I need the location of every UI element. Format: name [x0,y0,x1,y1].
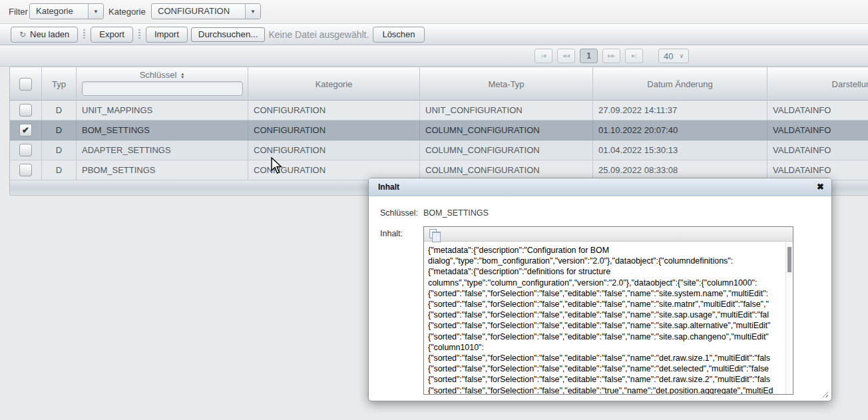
close-icon[interactable]: ✖ [817,182,824,192]
chevron-down-icon[interactable]: ▼ [88,4,103,19]
schluessel-filter-input[interactable] [82,81,243,96]
cell-kategorie: CONFIGURATION [248,101,420,120]
dialog-title: Inhalt [378,182,399,192]
header-darstellung[interactable]: Darstellung [767,67,868,101]
cell-datum: 25.09.2022 08:33:08 [593,160,767,180]
select-all-checkbox[interactable] [19,78,32,91]
browse-file-button[interactable]: Durchsuchen... [191,27,266,42]
cell-kategorie: CONFIGURATION [248,160,420,180]
page-size-select[interactable]: 40 ∨ [658,49,689,63]
sort-icon[interactable]: ▲▼ [180,73,184,79]
dialog-resize-handle[interactable] [821,390,828,397]
inhalt-dialog: Inhalt ✖ Schlüssel: BOM_SETTINGS Inhalt:… [368,178,832,401]
next-page-button[interactable]: ▶▶ [602,49,620,63]
table-row-selected[interactable]: ✔ D BOM_SETTINGS CONFIGURATION COLUMN_CO… [9,120,868,140]
previous-page-button[interactable]: ◀◀ [557,49,575,63]
filter-bar: Filter Kategorie ▼ Kategorie CONFIGURATI… [0,0,868,23]
chevron-down-icon[interactable]: ▼ [245,4,260,19]
header-schluessel[interactable]: Schlüssel▲▼ [77,67,248,101]
header-schluessel-label: Schlüssel [140,70,177,80]
cell-darstellung: VALDATAINFO [767,160,868,180]
toolbar-separator [138,29,140,40]
cell-kategorie: CONFIGURATION [248,140,420,160]
filter-label: Filter [9,4,28,20]
cell-typ: D [42,160,77,180]
content-line: {"sorted":"false","forSelection":"false"… [428,331,785,342]
reload-button[interactable]: ↻Neu laden [11,27,78,43]
content-editor-toolbar [424,227,793,242]
schluessel-field-value: BOM_SETTINGS [423,208,489,218]
cell-darstellung: VALDATAINFO [767,140,868,160]
header-kategorie[interactable]: Kategorie [248,67,420,101]
next-page-icon: ▶▶ [608,53,615,59]
cell-datum: 01.04.2022 15:30:13 [593,140,767,160]
first-page-button[interactable]: |◀ [535,49,552,63]
content-line: {"sorted":"false","forSelection":"false"… [428,320,785,331]
current-page-button[interactable]: 1 [580,49,598,63]
content-scrollbar[interactable] [785,242,793,394]
header-datum-aenderung[interactable]: Datum Änderung [593,67,767,101]
previous-page-icon: ◀◀ [562,53,570,59]
inhalt-field-label: Inhalt: [380,229,403,238]
cell-schluessel: ADAPTER_SETTINGS [77,140,248,160]
cell-meta-typ: COLUMN_CONFIGURATION [420,160,593,180]
toolbar-separator [83,29,85,40]
refresh-icon: ↻ [19,30,26,39]
cell-schluessel: UNIT_MAPPINGS [77,101,248,120]
filter-dropdown[interactable]: Kategorie ▼ [29,3,104,19]
content-line: {"sorted":"false","forSelection":"false"… [428,299,785,310]
content-line: {"sorted":"false","forSelection":"false"… [428,353,785,363]
cell-typ: D [42,120,77,140]
cell-meta-typ: UNIT_CONFIGURATION [420,101,593,120]
cell-meta-typ: COLUMN_CONFIGURATION [420,140,593,160]
first-page-icon: |◀ [541,53,546,59]
content-line: {"metadata":{"description":"definitions … [428,266,785,277]
category-dropdown[interactable]: CONFIGURATION ▼ [151,3,261,19]
cell-darstellung: VALDATAINFO [767,101,868,120]
header-typ[interactable]: Typ [42,67,77,101]
filter-dropdown-value: Kategorie [30,4,88,19]
cell-kategorie: CONFIGURATION [248,120,420,140]
header-meta-typ[interactable]: Meta-Typ [420,67,593,101]
delete-button[interactable]: Löschen [373,27,424,43]
category-dropdown-value: CONFIGURATION [152,4,245,19]
category-label: Kategorie [108,4,146,20]
cell-darstellung: VALDATAINFO [767,120,868,140]
cell-schluessel: BOM_SETTINGS [77,120,248,140]
action-toolbar: ↻Neu laden Export Import Durchsuchen... … [0,23,868,45]
content-line: {"sorted":"false","forSelection":"false"… [428,363,785,374]
content-line: {"sorted":"false","forSelection":"false"… [428,310,785,320]
row-checkbox[interactable] [19,144,32,156]
import-button[interactable]: Import [146,27,188,43]
content-scrollbar-thumb[interactable] [787,247,791,272]
last-page-icon: ▶| [632,53,636,59]
table-row[interactable]: D UNIT_MAPPINGS CONFIGURATION UNIT_CONFI… [9,101,868,120]
pagination-bar: |◀ ◀◀ 1 ▶▶ ▶| 40 ∨ [0,45,868,67]
content-line: {"sorted":"false","forSelection":"false"… [428,374,785,385]
cell-meta-typ: COLUMN_CONFIGURATION [420,120,593,140]
last-page-button[interactable]: ▶| [625,49,643,63]
dialog-titlebar[interactable]: Inhalt ✖ [369,178,831,196]
content-line: {"sorted":"false","forSelection":"false"… [428,288,785,299]
content-json-text[interactable]: {"metadata":{"description":"Configuratio… [424,242,785,394]
row-checkbox[interactable] [19,164,32,176]
cell-typ: D [42,140,77,160]
content-line: columns","type":"column_configuration","… [428,278,785,288]
copy-icon[interactable] [429,229,437,238]
cell-schluessel: PBOM_SETTINGS [77,160,248,180]
export-button[interactable]: Export [91,27,133,43]
content-line: {"metadata":{"description":"Configuratio… [428,245,785,256]
cell-typ: D [42,101,77,120]
row-checkbox-checked[interactable]: ✔ [19,124,32,136]
row-checkbox[interactable] [19,104,32,116]
chevron-down-icon: ∨ [679,53,684,59]
reload-button-label: Neu laden [30,29,69,39]
check-icon: ✔ [22,120,29,140]
content-line: dialog","type":"bom_configuration","vers… [428,256,785,266]
data-table: Typ Schlüssel▲▼ Kategorie Meta-Typ Datum… [9,67,868,196]
select-all-header-cell [10,67,42,101]
table-row[interactable]: D ADAPTER_SETTINGS CONFIGURATION COLUMN_… [9,140,868,160]
page-size-value: 40 [664,51,673,61]
table-header-row: Typ Schlüssel▲▼ Kategorie Meta-Typ Datum… [9,67,868,101]
content-editor[interactable]: {"metadata":{"description":"Configuratio… [423,226,793,395]
